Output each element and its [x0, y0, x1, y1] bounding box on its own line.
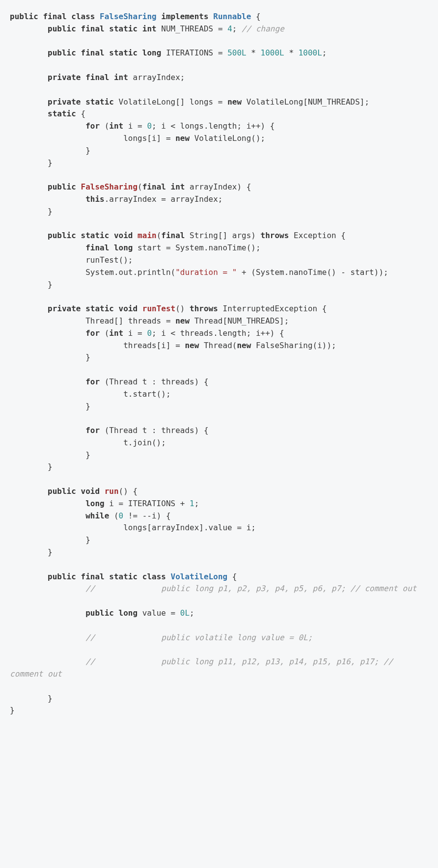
code-token: i = ITERATIONS +: [105, 499, 190, 508]
code-token: "duration = ": [175, 268, 237, 277]
code-token: [157, 12, 162, 21]
code-token: }: [10, 694, 53, 703]
code-token: new: [185, 341, 199, 350]
code-token: [10, 608, 85, 618]
code-token: main: [137, 231, 157, 240]
code-token: [10, 633, 85, 642]
code-token: new: [175, 316, 190, 326]
code-token: [76, 24, 81, 33]
code-token: int: [114, 73, 128, 82]
code-token: Runnable: [213, 12, 251, 21]
code-token: VolatileLong: [171, 572, 228, 581]
code-token: ; i < longs.length; i++) {: [152, 121, 274, 131]
code-token: [137, 572, 142, 581]
code-token: t.join();: [10, 438, 166, 447]
code-token: [10, 48, 48, 57]
code-token: ; i < threads.length; i++) {: [152, 328, 284, 338]
code-token: final: [85, 73, 109, 82]
code-token: {: [227, 572, 237, 581]
code-token: [10, 487, 48, 496]
code-token: final: [142, 182, 166, 191]
code-token: }: [10, 146, 90, 155]
code-token: System.out.println(: [10, 268, 175, 277]
code-token: int: [171, 182, 185, 191]
code-token: () {: [119, 487, 138, 496]
code-token: [137, 24, 142, 33]
code-token: (: [157, 231, 162, 240]
code-token: [10, 231, 48, 240]
code-token: void: [119, 304, 138, 313]
code-token: ;: [322, 48, 327, 57]
code-token: Thread(: [199, 341, 237, 350]
code-token: 1000L: [261, 48, 284, 57]
code-token: run: [105, 487, 119, 496]
code-token: // public volatile long value = 0L;: [85, 633, 312, 642]
code-token: [76, 572, 81, 581]
code-token: *: [246, 48, 261, 57]
code-token: ;: [190, 608, 194, 618]
code-token: 0: [147, 121, 152, 131]
code-block: public final class FalseSharing implemen…: [0, 0, 438, 732]
code-token: new: [237, 341, 251, 350]
code-token: long: [142, 48, 162, 57]
code-token: class: [142, 572, 166, 581]
code-token: [10, 377, 85, 386]
code-token: static: [48, 109, 76, 118]
code-token: [105, 572, 110, 581]
code-token: throws: [261, 231, 289, 240]
code-token: [95, 12, 100, 21]
code-token: void: [81, 487, 100, 496]
code-token: }: [10, 535, 90, 544]
code-token: [209, 12, 214, 21]
code-token: class: [71, 12, 95, 21]
code-token: long: [114, 243, 133, 252]
code-token: public: [48, 24, 76, 33]
code-token: [109, 73, 114, 82]
code-token: [109, 231, 114, 240]
code-token: (Thread t : threads) {: [100, 377, 209, 386]
code-token: while: [85, 511, 109, 520]
code-token: public: [48, 572, 76, 581]
code-token: arrayIndex;: [128, 73, 185, 82]
code-token: final: [161, 231, 185, 240]
code-token: [81, 304, 86, 313]
code-token: [10, 109, 48, 118]
code-token: i =: [123, 328, 147, 338]
code-token: 4: [227, 24, 232, 33]
code-token: ;: [194, 499, 199, 508]
code-token: start = System.nanoTime();: [133, 243, 260, 252]
code-token: static: [85, 97, 114, 107]
code-token: static: [109, 48, 137, 57]
code-token: (: [109, 511, 118, 520]
code-token: [10, 194, 85, 204]
code-token: [114, 304, 119, 313]
code-token: static: [81, 231, 110, 240]
code-token: new: [175, 134, 190, 143]
code-token: long: [119, 608, 138, 618]
code-token: [100, 487, 105, 496]
code-token: public: [85, 608, 114, 618]
code-token: [10, 121, 85, 131]
code-token: [67, 12, 72, 21]
code-token: [76, 48, 81, 57]
code-token: 0: [147, 328, 152, 338]
code-token: public: [48, 182, 76, 191]
code-token: ;: [232, 24, 242, 33]
code-token: [38, 12, 43, 21]
code-token: [166, 182, 171, 191]
code-token: private: [48, 97, 81, 107]
code-token: [10, 73, 48, 82]
code-token: for: [85, 121, 100, 131]
code-token: Thread[NUM_THREADS];: [190, 316, 289, 326]
code-token: ITERATIONS =: [161, 48, 227, 57]
code-token: public: [48, 231, 76, 240]
code-token: {: [76, 109, 85, 118]
code-token: (): [175, 304, 190, 313]
code-token: (Thread t : threads) {: [100, 426, 209, 435]
code-token: [10, 511, 85, 520]
code-token: [133, 231, 137, 240]
code-token: [137, 48, 142, 57]
code-token: [81, 73, 86, 82]
code-token: [81, 97, 86, 107]
code-token: [114, 608, 119, 618]
